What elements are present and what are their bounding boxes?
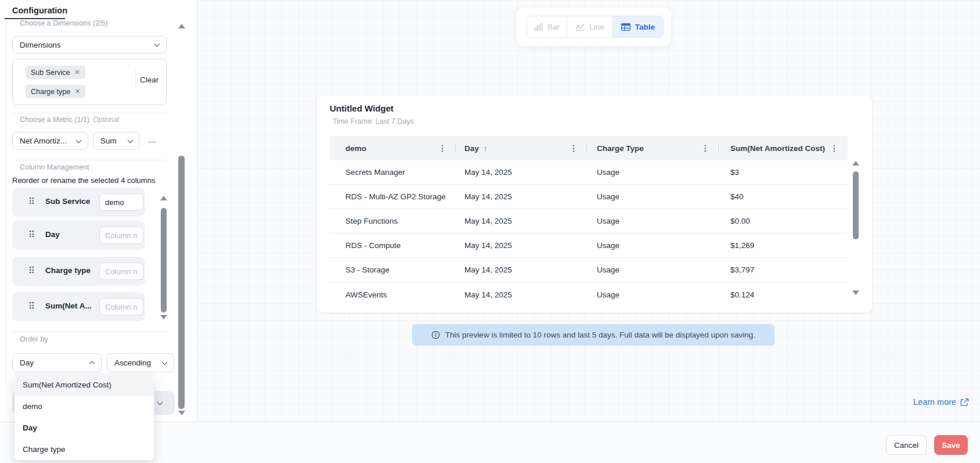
column-management-subtitle: Reorder or rename the selected 4 columns xyxy=(12,176,155,185)
column-menu-icon[interactable] xyxy=(438,143,446,153)
dropdown-option-selected[interactable]: Day xyxy=(15,417,154,439)
drag-handle-icon[interactable]: ⠿ xyxy=(28,301,34,311)
scrollbar-thumb[interactable] xyxy=(178,156,185,409)
aggregation-select[interactable]: Sum xyxy=(93,132,140,150)
dropdown-option[interactable]: Sum(Net Amortized Cost) xyxy=(15,374,154,396)
order-direction-select[interactable]: Ascending xyxy=(107,353,174,372)
dimension-chip-label: Charge type xyxy=(31,88,70,96)
metric-select-value: Net Amortiz... xyxy=(20,137,67,145)
table-chart-label: Table xyxy=(635,23,655,31)
column-row-name: Sub Service xyxy=(45,197,90,206)
order-by-field-select[interactable]: Day xyxy=(12,353,102,372)
column-rename-input[interactable] xyxy=(99,193,143,211)
tab-configuration[interactable]: Configuration xyxy=(12,6,67,15)
column-row-name: Charge type xyxy=(45,266,91,275)
scroll-down-arrow[interactable] xyxy=(178,411,185,415)
table-row[interactable]: AWSEvents May 14, 2025 Usage $0.124 xyxy=(330,282,848,307)
divider xyxy=(12,113,167,113)
table-chart-button[interactable]: Table xyxy=(613,16,664,38)
selected-dimensions-box: Sub Service ✕ Charge type ✕ Clear xyxy=(12,59,167,105)
column-menu-icon[interactable] xyxy=(570,143,578,153)
preview-limit-text: This preview is limited to 10 rows and l… xyxy=(445,331,755,339)
column-management-label: Column Management xyxy=(20,163,89,171)
table-row[interactable]: S3 - Storage May 14, 2025 Usage $3,797 xyxy=(330,258,848,282)
chevron-down-icon xyxy=(128,137,134,143)
dimension-chip[interactable]: Sub Service ✕ xyxy=(26,66,85,79)
column-rename-input[interactable] xyxy=(99,298,143,315)
chevron-down-icon xyxy=(154,41,160,47)
line-chart-button[interactable]: Line xyxy=(567,16,613,38)
scroll-down-arrow[interactable] xyxy=(160,315,167,320)
column-menu-icon[interactable] xyxy=(830,143,838,153)
column-row[interactable]: ⠿ Sub Service xyxy=(12,188,145,217)
table-row[interactable]: Secrets Manager May 14, 2025 Usage $3 xyxy=(330,160,848,185)
chart-type-toggle-card: Bar Line Table xyxy=(516,8,671,46)
dimension-chip[interactable]: Charge type ✕ xyxy=(26,85,85,98)
scroll-up-arrow[interactable] xyxy=(178,24,185,28)
bar-chart-label: Bar xyxy=(547,23,560,31)
table-row[interactable]: RDS - Compute May 14, 2025 Usage $1,269 xyxy=(330,234,848,258)
scrollbar-thumb[interactable] xyxy=(853,171,859,239)
line-chart-icon xyxy=(575,23,585,31)
sort-ascending-icon[interactable]: ↑ xyxy=(484,144,488,153)
line-chart-label: Line xyxy=(589,23,604,31)
column-rename-input[interactable] xyxy=(99,227,143,244)
table-header-row: demo Day ↑ Charge Type Sum(Net Amortized… xyxy=(330,136,848,160)
dropdown-option[interactable]: demo xyxy=(15,396,154,417)
chart-type-segmented-control: Bar Line Table xyxy=(527,16,664,38)
learn-more-label: Learn more xyxy=(913,397,956,407)
dimensions-select-value: Dimensions xyxy=(20,41,61,49)
widget-timeframe: Time Frame: Last 7 Days xyxy=(333,117,414,125)
column-row[interactable]: ⠿ Day xyxy=(12,221,145,250)
column-rename-input[interactable] xyxy=(99,263,143,280)
column-header-charge-type[interactable]: Charge Type xyxy=(587,136,719,160)
column-header-day[interactable]: Day ↑ xyxy=(456,136,587,160)
dimensions-section-label: Choose a Dimensions (2/5) xyxy=(20,19,107,27)
widget-configuration-page: Configuration Choose a Dimensions (2/5) … xyxy=(0,0,980,463)
remove-chip-icon[interactable]: ✕ xyxy=(75,88,80,95)
column-menu-icon[interactable] xyxy=(701,143,709,153)
cancel-button[interactable]: Cancel xyxy=(886,435,927,455)
table-row[interactable]: Step Functions May 14, 2025 Usage $0.00 xyxy=(330,209,848,234)
widget-preview-card: Untitled Widget Time Frame: Last 7 Days … xyxy=(317,95,872,313)
order-by-field-value: Day xyxy=(20,358,34,367)
column-row[interactable]: ⠿ Sum(Net A... xyxy=(12,292,145,321)
column-header-cost[interactable]: Sum(Net Amortized Cost) xyxy=(719,136,848,160)
info-icon xyxy=(431,331,440,339)
drag-handle-icon[interactable]: ⠿ xyxy=(28,196,34,207)
metric-select[interactable]: Net Amortiz... xyxy=(12,132,88,150)
drag-handle-icon[interactable]: ⠿ xyxy=(28,265,34,276)
divider xyxy=(12,160,167,160)
bar-chart-button[interactable]: Bar xyxy=(527,16,567,38)
clear-dimensions-button[interactable]: Clear xyxy=(140,76,158,84)
scrollbar-thumb[interactable] xyxy=(161,208,167,313)
drag-handle-icon[interactable]: ⠿ xyxy=(28,229,34,240)
order-by-dropdown-menu: Sum(Net Amortized Cost) demo Day Charge … xyxy=(15,374,154,460)
external-link-icon xyxy=(960,398,969,407)
column-row-name: Day xyxy=(45,230,60,239)
column-header-demo[interactable]: demo xyxy=(330,136,456,160)
remove-chip-icon[interactable]: ✕ xyxy=(74,69,80,76)
column-row[interactable]: ⠿ Charge type xyxy=(12,257,145,286)
chevron-down-icon xyxy=(76,137,82,143)
widget-title: Untitled Widget xyxy=(330,103,394,113)
order-direction-value: Ascending xyxy=(114,358,151,367)
divider xyxy=(12,331,167,332)
column-row-name: Sum(Net A... xyxy=(45,302,92,310)
chevron-up-icon xyxy=(89,361,95,367)
scroll-up-arrow[interactable] xyxy=(852,161,859,166)
optional-label: Optional xyxy=(93,116,119,124)
dropdown-option[interactable]: Charge type xyxy=(15,439,154,460)
remove-metric-button[interactable]: — xyxy=(146,132,158,150)
save-button[interactable]: Save xyxy=(934,435,968,455)
dimension-chip-label: Sub Service xyxy=(31,69,70,77)
table-row[interactable]: RDS - Multi-AZ GP2 Storage May 14, 2025 … xyxy=(330,185,848,209)
table-icon xyxy=(621,23,630,31)
scroll-down-arrow[interactable] xyxy=(852,290,859,295)
learn-more-link[interactable]: Learn more xyxy=(913,397,969,407)
scroll-up-arrow[interactable] xyxy=(160,196,167,200)
bar-chart-icon xyxy=(534,23,543,31)
panel-divider xyxy=(6,19,6,414)
dimensions-select[interactable]: Dimensions xyxy=(12,36,167,53)
chevron-down-icon xyxy=(162,359,168,365)
